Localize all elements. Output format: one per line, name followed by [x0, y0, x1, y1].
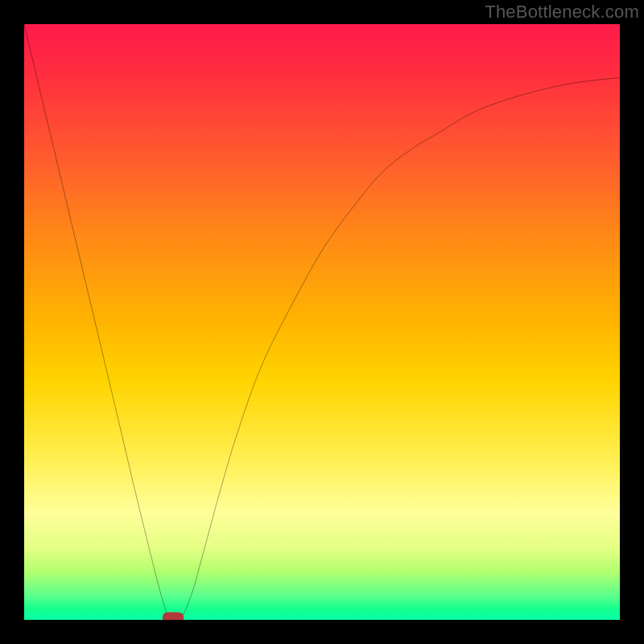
- plot-area: [24, 24, 620, 620]
- curve-svg: [24, 24, 620, 620]
- bottleneck-curve: [24, 24, 620, 620]
- watermark-text: TheBottleneck.com: [485, 2, 639, 23]
- minimum-marker: [163, 612, 184, 620]
- chart-frame: TheBottleneck.com: [0, 0, 644, 644]
